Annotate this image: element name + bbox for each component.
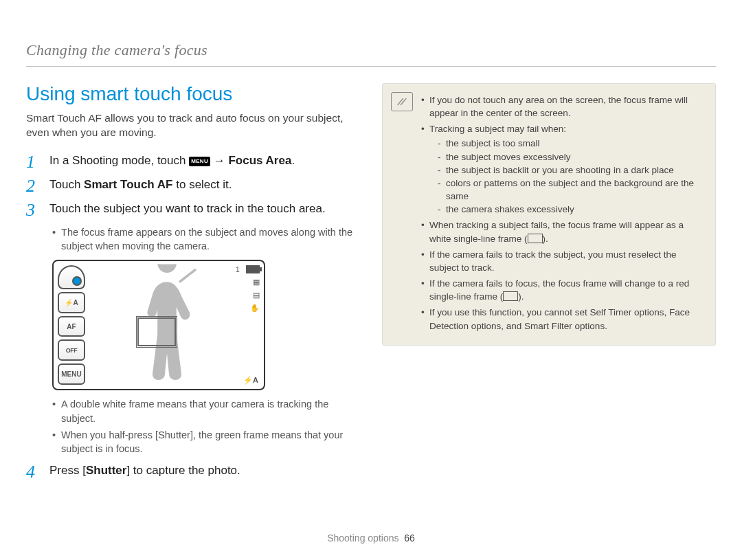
bullet-c-bold: Shutter bbox=[158, 429, 190, 440]
lcd-menu-button: MENU bbox=[58, 363, 85, 385]
step-4: 4 Press [Shutter] to capture the photo. bbox=[26, 462, 360, 481]
focus-frame-icon bbox=[136, 316, 177, 348]
menu-icon: MENU bbox=[189, 157, 210, 166]
lcd-off-button: OFF bbox=[58, 339, 85, 361]
note-item-2c: the subject is backlit or you are shooti… bbox=[438, 164, 704, 177]
bullet-c-pre: When you half-press [ bbox=[61, 429, 158, 440]
after-lcd-bullet-b: A double white frame means that your cam… bbox=[52, 397, 360, 425]
red-frame-icon bbox=[503, 291, 518, 301]
step-4-pre: Press [ bbox=[49, 464, 86, 477]
lcd-mode-button bbox=[58, 265, 85, 289]
step-1-bold: Focus Area bbox=[228, 154, 291, 167]
after-lcd-bullet-b-text: A double white frame means that your cam… bbox=[61, 397, 360, 425]
step-1-number: 1 bbox=[26, 153, 41, 171]
note-item-2b: the subject moves excessively bbox=[438, 150, 704, 164]
step-1-end: . bbox=[291, 154, 295, 167]
step-4-number: 4 bbox=[26, 462, 41, 481]
battery-icon bbox=[246, 265, 260, 273]
white-frame-icon bbox=[528, 234, 543, 243]
camera-lcd-illustration: ⚡A AF OFF MENU 1 ▦ ▤ ✋ ⚡A bbox=[52, 260, 265, 390]
step-4-bold: Shutter bbox=[86, 464, 127, 477]
lcd-count-battery: 1 bbox=[236, 265, 260, 273]
note-item-2d: colors or patterns on the subject and th… bbox=[438, 177, 704, 203]
step-1-body: In a Shooting mode, touch MENU → Focus A… bbox=[49, 153, 295, 171]
step-1: 1 In a Shooting mode, touch MENU → Focus… bbox=[26, 153, 360, 171]
note-5-pre: If the camera fails to focus, the focus … bbox=[429, 278, 689, 302]
step-3-number: 3 bbox=[26, 201, 41, 219]
step-3-bullet-a: The focus frame appears on the subject a… bbox=[52, 225, 360, 254]
lcd-bottom-right-label: ⚡A bbox=[243, 376, 258, 385]
step-2-pre: Touch bbox=[49, 178, 84, 191]
step-2-body: Touch Smart Touch AF to select it. bbox=[49, 177, 232, 195]
lcd-status-icon-2: ▤ bbox=[253, 291, 260, 300]
step-3-bullet-a-text: The focus frame appears on the subject a… bbox=[61, 225, 360, 254]
footer-label: Shooting options bbox=[327, 533, 398, 544]
after-lcd-bullet-c: When you half-press [Shutter], the green… bbox=[52, 428, 360, 456]
step-1-pre: In a Shooting mode, touch bbox=[49, 154, 189, 167]
note-item-2a: the subject is too small bbox=[438, 137, 704, 150]
note-item-2e: the camera shakes excessively bbox=[438, 203, 704, 216]
section-rule bbox=[26, 66, 716, 67]
lcd-status-icon-1: ▦ bbox=[253, 278, 260, 287]
note-icon bbox=[391, 92, 413, 111]
step-4-post: ] to capture the photo. bbox=[126, 464, 240, 477]
note-item-2: Tracking a subject may fail when: the su… bbox=[421, 122, 704, 216]
note-item-1: If you do not touch any area on the scre… bbox=[421, 93, 704, 120]
note-item-5: If the camera fails to focus, the focus … bbox=[421, 277, 704, 303]
note-item-2-text: Tracking a subject may fail when: bbox=[429, 124, 566, 134]
step-2-post: to select it. bbox=[176, 178, 232, 191]
step-3: 3 Touch the subject you want to track in… bbox=[26, 201, 360, 219]
note-5-post: ). bbox=[518, 291, 524, 302]
lcd-count: 1 bbox=[236, 265, 240, 273]
step-2-bold: Smart Touch AF bbox=[84, 178, 172, 191]
step-2: 2 Touch Smart Touch AF to select it. bbox=[26, 177, 360, 195]
footer-page-number: 66 bbox=[404, 533, 415, 544]
lcd-status-icon-3: ✋ bbox=[250, 304, 260, 313]
step-3-body: Touch the subject you want to track in t… bbox=[49, 201, 326, 219]
lcd-flash-button: ⚡A bbox=[58, 292, 85, 313]
note-box: If you do not touch any area on the scre… bbox=[382, 83, 716, 346]
lcd-af-button: AF bbox=[58, 316, 85, 337]
note-item-3: When tracking a subject fails, the focus… bbox=[421, 219, 704, 245]
note-item-6: If you use this function, you cannot set… bbox=[421, 306, 704, 332]
step-1-post: → bbox=[214, 154, 229, 167]
intro-text: Smart Touch AF allows you to track and a… bbox=[26, 111, 360, 140]
step-2-number: 2 bbox=[26, 177, 41, 195]
note-3-post: ). bbox=[543, 234, 548, 244]
note-item-4: If the camera fails to track the subject… bbox=[421, 248, 704, 274]
after-lcd-bullet-c-text: When you half-press [Shutter], the green… bbox=[61, 428, 360, 456]
section-title: Changing the camera's focus bbox=[26, 41, 716, 59]
step-4-body: Press [Shutter] to capture the photo. bbox=[49, 462, 240, 481]
note-3-pre: When tracking a subject fails, the focus… bbox=[429, 220, 684, 243]
page-heading: Using smart touch focus bbox=[26, 83, 360, 105]
page-footer: Shooting options 66 bbox=[0, 533, 742, 544]
